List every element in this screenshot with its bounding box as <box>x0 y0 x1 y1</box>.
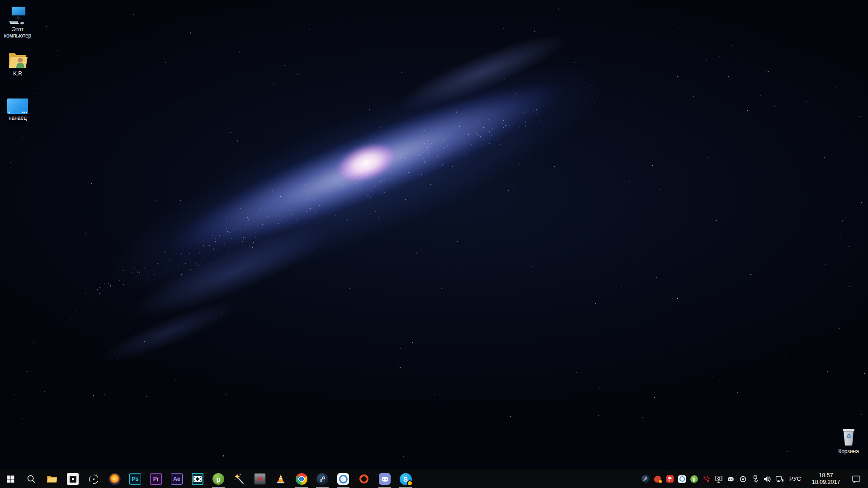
steam-icon <box>316 473 328 485</box>
magic-wand-icon <box>233 473 245 485</box>
wallpaper <box>0 0 868 488</box>
avira-icon <box>666 475 674 483</box>
tray-avira[interactable] <box>664 470 676 488</box>
taskbar-movies-tv[interactable] <box>187 470 208 488</box>
discord-face-glyph <box>381 476 389 483</box>
movies-tv-icon <box>192 473 203 485</box>
premiere-pro-icon: Pr <box>150 473 162 485</box>
steam-piston-glyph <box>318 475 326 483</box>
tray-red-app[interactable] <box>651 470 664 488</box>
taskbar-uplay[interactable] <box>333 470 354 488</box>
usb-remove-icon <box>751 475 760 483</box>
clock-date: 18.09.2017 <box>805 479 847 486</box>
uplay-icon <box>337 473 349 485</box>
steam-piston-glyph <box>642 476 648 482</box>
tray-display-utility[interactable] <box>712 470 725 488</box>
file-explorer-icon <box>46 473 58 485</box>
tray-usb-device[interactable] <box>749 470 761 488</box>
desktop-icon-app-window[interactable]: нанаец <box>0 99 38 121</box>
steelseries-icon <box>739 475 747 483</box>
tray-uplay[interactable] <box>676 470 688 488</box>
tray-volume[interactable] <box>761 470 774 488</box>
red-app-icon <box>654 476 661 483</box>
chrome-icon <box>296 473 307 485</box>
taskbar-clock[interactable]: 18:57 18.09.2017 <box>805 472 847 486</box>
desktop-icon-user-folder[interactable]: K.R <box>0 51 38 77</box>
desktop-icon-label: Корзина <box>838 448 859 455</box>
taskbar-mediaget[interactable] <box>104 470 125 488</box>
taskbar: Ps Pr Ae µ M <box>0 470 868 488</box>
blue-window-icon <box>7 99 28 114</box>
desktop-icon-this-pc[interactable]: Этот компьютер <box>0 5 38 39</box>
desktop-icon-label: Этот компьютер <box>0 26 37 39</box>
svg-text:♻: ♻ <box>846 433 851 440</box>
taskbar-screen-recorder[interactable] <box>62 470 83 488</box>
desktop: { "desktop": { "icons": [ { "name": "thi… <box>0 0 868 488</box>
language-indicator[interactable]: РУС <box>786 476 805 482</box>
mediaget-icon <box>108 473 121 485</box>
steam-tray-icon <box>642 475 650 483</box>
film-strip-glyph <box>193 475 202 483</box>
after-effects-icon: Ae <box>171 473 183 485</box>
vlc-cone-icon <box>275 473 287 485</box>
desktop-icon-label: нанаец <box>9 115 27 121</box>
taskbar-empty-area <box>416 470 639 488</box>
taskbar-fan-swirl-app[interactable] <box>83 470 104 488</box>
taskbar-utorrent[interactable]: µ <box>208 470 229 488</box>
tray-red-dots-app[interactable] <box>700 470 712 488</box>
tray-steelseries[interactable] <box>737 470 749 488</box>
msi-afterburner-icon: M <box>254 473 266 485</box>
taskbar-origin[interactable] <box>354 470 374 488</box>
desktop-icon-recycle-bin[interactable]: ♻ Корзина <box>828 426 868 455</box>
red-dots-icon <box>703 475 710 483</box>
taskbar-premiere-pro[interactable]: Pr <box>146 470 166 488</box>
tray-steam[interactable] <box>639 470 651 488</box>
origin-icon <box>359 474 368 483</box>
taskbar-magic-wand-app[interactable] <box>229 470 250 488</box>
taskbar-discord[interactable] <box>374 470 395 488</box>
computer-icon <box>6 5 29 25</box>
skype-icon: S <box>400 473 412 485</box>
discord-tray-icon <box>727 476 735 482</box>
galaxy-band <box>21 0 648 422</box>
tray-network[interactable] <box>774 470 786 488</box>
user-folder-icon <box>7 51 28 70</box>
taskbar-skype[interactable]: S <box>395 470 416 488</box>
tray-discord[interactable] <box>725 470 737 488</box>
desktop-icon-label: K.R <box>13 70 22 77</box>
system-tray: µ <box>639 470 868 488</box>
clock-time: 18:57 <box>805 472 847 479</box>
discord-icon <box>379 473 391 485</box>
photoshop-icon: Ps <box>129 473 141 485</box>
skype-notification-dot <box>407 480 413 486</box>
volume-icon <box>763 475 772 483</box>
taskbar-after-effects[interactable]: Ae <box>166 470 187 488</box>
action-center-button[interactable] <box>847 470 865 488</box>
taskbar-photoshop[interactable]: Ps <box>125 470 146 488</box>
recycle-bin-icon: ♻ <box>838 426 859 447</box>
taskbar-steam[interactable] <box>312 470 333 488</box>
taskbar-msi-afterburner[interactable]: M <box>250 470 270 488</box>
ethernet-network-icon <box>775 475 784 483</box>
search-icon <box>26 474 36 484</box>
screen-recorder-icon <box>67 473 79 485</box>
umbrella-glyph <box>667 476 672 482</box>
tray-utorrent[interactable]: µ <box>688 470 700 488</box>
taskbar-vlc[interactable] <box>270 470 291 488</box>
display-utility-icon <box>715 475 723 483</box>
utorrent-icon: µ <box>212 473 224 485</box>
utorrent-tray-icon: µ <box>690 475 698 483</box>
windows-logo-icon <box>6 474 15 483</box>
fan-swirl-icon <box>88 474 99 485</box>
search-button[interactable] <box>21 470 42 488</box>
taskbar-file-explorer[interactable] <box>42 470 62 488</box>
start-button[interactable] <box>0 470 21 488</box>
uplay-tray-icon <box>678 475 686 483</box>
taskbar-chrome[interactable] <box>291 470 312 488</box>
action-center-icon <box>852 475 861 483</box>
